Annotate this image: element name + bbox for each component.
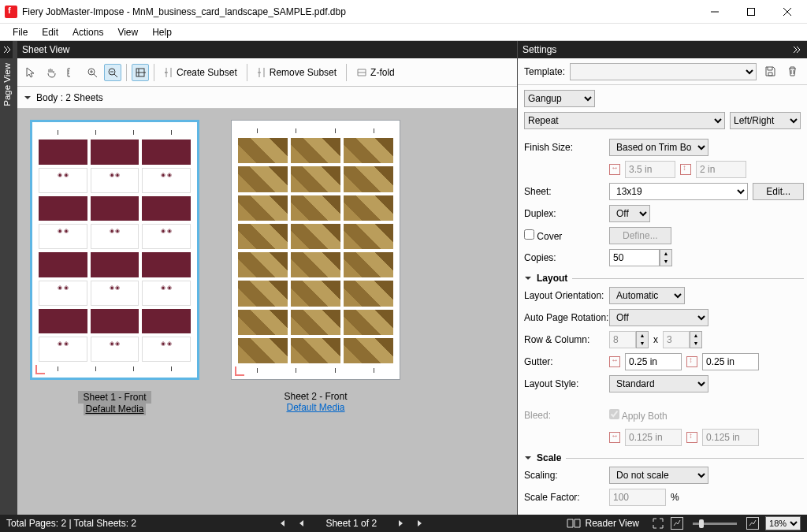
- reader-view-button[interactable]: Reader View: [586, 518, 639, 529]
- orientation-select[interactable]: Automatic: [609, 287, 685, 304]
- layout-style-select[interactable]: Standard: [609, 375, 708, 392]
- cover-checkbox-label[interactable]: Cover: [524, 229, 609, 242]
- remove-subset-button[interactable]: Remove Subset: [252, 63, 341, 82]
- sheet-1-thumbnail[interactable]: [30, 120, 199, 380]
- zoom-select[interactable]: 18%: [765, 516, 801, 530]
- sheet-2-media-link[interactable]: Default Media: [286, 402, 344, 413]
- save-template-icon[interactable]: [761, 63, 779, 80]
- gutter-v-icon: [686, 356, 697, 367]
- scale-section-header[interactable]: Scale: [524, 452, 804, 463]
- sheet-1-block[interactable]: Sheet 1 - Front Default Media: [30, 120, 199, 415]
- expand-page-view-icon[interactable]: [0, 41, 13, 58]
- settings-title: Settings: [523, 44, 790, 55]
- sheet-edit-button[interactable]: Edit...: [753, 183, 804, 200]
- layout-section-header[interactable]: Layout: [524, 273, 804, 284]
- rotation-select[interactable]: Off: [609, 309, 708, 326]
- finish-height-input: [696, 161, 746, 178]
- copies-up-icon[interactable]: ▲: [660, 250, 671, 258]
- next-sheet-icon[interactable]: [394, 517, 408, 530]
- minimize-button[interactable]: [697, 0, 733, 23]
- gangup-side-select[interactable]: Left/Right: [730, 112, 801, 129]
- imposition-mode-select[interactable]: Gangup: [524, 90, 595, 107]
- collapse-settings-icon[interactable]: [790, 41, 802, 58]
- settings-header: Settings: [518, 41, 807, 58]
- close-button[interactable]: [769, 0, 805, 23]
- template-label: Template:: [524, 66, 565, 77]
- sheet-size-select[interactable]: 13x19: [609, 183, 748, 200]
- sheet-position-text: Sheet 1 of 2: [325, 518, 377, 529]
- last-sheet-icon[interactable]: [413, 517, 427, 530]
- delete-template-icon[interactable]: [783, 63, 801, 80]
- sheet-1-media-link[interactable]: Default Media: [84, 403, 145, 415]
- sheet-2-grid: [238, 138, 393, 363]
- copies-input[interactable]: [609, 249, 660, 266]
- menu-help[interactable]: Help: [146, 25, 178, 39]
- zoom-slider[interactable]: [693, 523, 737, 525]
- scaling-select[interactable]: Do not scale: [609, 467, 708, 484]
- sheet-view-title: Sheet View: [22, 44, 512, 55]
- zoom-in-icon[interactable]: [84, 64, 101, 81]
- finish-width-input: [625, 161, 675, 178]
- page-view-collapsed-bar[interactable]: Page View: [0, 41, 17, 515]
- app-icon: [5, 6, 17, 18]
- fit-page-icon[interactable]: [652, 517, 664, 530]
- menu-actions[interactable]: Actions: [66, 25, 110, 39]
- caret-down-icon: [524, 454, 532, 462]
- pan-tool-icon[interactable]: [43, 64, 60, 81]
- apply-both-checkbox-label: Apply Both: [609, 409, 694, 422]
- bleed-v-icon: [686, 432, 697, 443]
- title-bar: Fiery JobMaster-Impose - MnM_business_ca…: [0, 0, 807, 24]
- height-icon: [680, 164, 691, 175]
- sheet-2-thumbnail[interactable]: [231, 120, 400, 380]
- menu-bar: File Edit Actions View Help: [0, 24, 807, 41]
- measure-tool-icon[interactable]: [63, 64, 80, 81]
- svg-rect-0: [748, 8, 755, 15]
- template-select[interactable]: [570, 63, 757, 80]
- zoom-max-icon[interactable]: [746, 517, 759, 530]
- sheet-view-toolbar: Create Subset Remove Subset Z-fold: [17, 58, 517, 87]
- window-title: Fiery JobMaster-Impose - MnM_business_ca…: [22, 6, 697, 17]
- settings-scroll-area[interactable]: Finish Size: Based on Trim Box Sheet: 13…: [518, 132, 807, 515]
- gutter-label: Gutter:: [524, 356, 609, 367]
- cover-define-button: Define...: [609, 227, 671, 244]
- first-sheet-icon[interactable]: [275, 517, 289, 530]
- body-section-header[interactable]: Body : 2 Sheets: [17, 87, 517, 109]
- thumbnail-view-icon[interactable]: [132, 64, 149, 81]
- origin-marker-icon: [235, 366, 244, 376]
- pointer-tool-icon[interactable]: [22, 64, 39, 81]
- gutter-h-input[interactable]: [625, 353, 682, 370]
- gutter-h-icon: [609, 356, 620, 367]
- caret-down-icon: [24, 94, 32, 102]
- separator: [126, 64, 127, 81]
- copies-stepper[interactable]: ▲▼: [609, 249, 672, 266]
- zfold-icon: [356, 67, 367, 78]
- scale-factor-input: [609, 489, 666, 506]
- prev-sheet-icon[interactable]: [294, 517, 308, 530]
- create-subset-button[interactable]: Create Subset: [159, 63, 242, 82]
- template-row: Template:: [518, 58, 807, 85]
- reader-view-icon[interactable]: [567, 518, 581, 529]
- copies-down-icon[interactable]: ▼: [660, 258, 671, 266]
- duplex-select[interactable]: Off: [609, 205, 650, 222]
- separator: [154, 64, 154, 81]
- finish-size-select[interactable]: Based on Trim Box: [609, 139, 708, 156]
- zfold-button[interactable]: Z-fold: [351, 63, 400, 82]
- sheet-1-grid: [39, 140, 191, 362]
- rows-stepper[interactable]: ▲▼: [609, 331, 649, 348]
- menu-view[interactable]: View: [111, 25, 144, 39]
- layout-style-label: Layout Style:: [524, 378, 609, 389]
- maximize-button[interactable]: [733, 0, 769, 23]
- bleed-h-icon: [609, 432, 620, 443]
- menu-edit[interactable]: Edit: [35, 25, 65, 39]
- cover-checkbox[interactable]: [524, 229, 534, 240]
- menu-file[interactable]: File: [6, 25, 34, 39]
- gangup-style-select[interactable]: Repeat: [524, 112, 725, 129]
- zoom-out-icon[interactable]: [104, 64, 121, 81]
- sheet-canvas[interactable]: Sheet 1 - Front Default Media: [17, 109, 517, 515]
- zoom-min-icon[interactable]: [671, 517, 683, 530]
- cols-stepper[interactable]: ▲▼: [663, 331, 702, 348]
- sheet-1-caption: Sheet 1 - Front Default Media: [78, 391, 151, 415]
- gutter-v-input[interactable]: [702, 353, 759, 370]
- sheet-2-block[interactable]: Sheet 2 - Front Default Media: [231, 120, 400, 413]
- width-icon: [609, 164, 620, 175]
